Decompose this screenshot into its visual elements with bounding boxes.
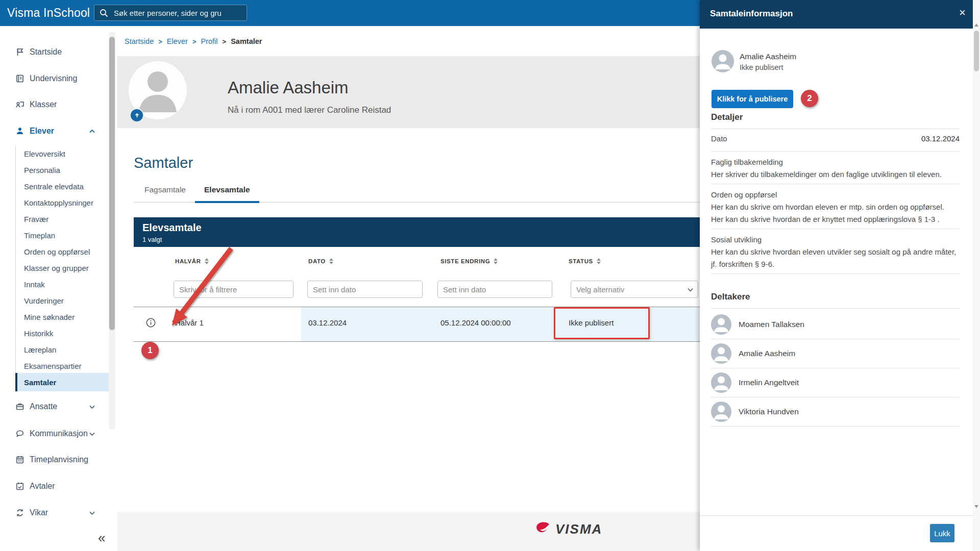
panel-header: Samtaleinformasjon × (700, 0, 973, 29)
tab-elevsamtale[interactable]: Elevsamtale (195, 185, 259, 203)
sidebar-subitem-kontaktopplysninger[interactable]: Kontaktopplysninger (15, 194, 110, 211)
sidebar-item-label: Ansatte (30, 402, 57, 411)
search-input[interactable] (113, 8, 241, 18)
status-filter-select[interactable]: Velg alternativ (571, 281, 698, 298)
section-title-orden: Orden og oppførsel (711, 189, 963, 201)
panel-scrollbar[interactable] (973, 0, 980, 551)
participant-name: Amalie Aasheim (739, 349, 795, 358)
section-text: Her skriver du tilbakemeldinger om den f… (711, 168, 963, 181)
sidebar-subitem-timeplan[interactable]: Timeplan (15, 227, 110, 243)
breadcrumb-startside[interactable]: Startside (125, 37, 154, 45)
details-heading: Detaljer (711, 112, 743, 122)
student-icon (15, 127, 26, 136)
sort-icon[interactable] (494, 258, 498, 264)
dato-label: Dato (711, 134, 727, 143)
breadcrumb-profil[interactable]: Profil (201, 37, 218, 45)
briefcase-icon (15, 402, 26, 411)
sidebar-nav: Startside Undervisning Klasser Elever El… (0, 26, 117, 551)
chevron-down-icon[interactable] (89, 430, 95, 439)
tab-fagsamtale[interactable]: Fagsamtale (135, 185, 195, 202)
publish-button[interactable]: Klikk for å publisere (712, 90, 793, 108)
global-search[interactable] (94, 5, 247, 21)
chevron-up-icon[interactable] (89, 128, 95, 137)
divider (711, 339, 960, 339)
section-text: jf. forskriften § 9-6. (711, 258, 963, 270)
sidebar-subitem-eksamenspartier[interactable]: Eksamenspartier (15, 358, 110, 374)
sidebar-subitem-samtaler[interactable]: Samtaler (15, 373, 111, 391)
panel-person-name: Amalie Aasheim (740, 52, 796, 61)
sidebar-subitem-sentrale-elevdata[interactable]: Sentrale elevdata (15, 178, 110, 194)
selected-count: 1 valgt (142, 236, 162, 243)
siste-endring-filter-input[interactable] (437, 281, 552, 298)
column-siste-endring[interactable]: SISTE ENDRING (440, 258, 498, 264)
cell-siste-endring: 05.12.2024 00:00:00 (440, 318, 511, 327)
chevron-down-icon[interactable] (89, 403, 95, 412)
participant-name: Viktoria Hundven (739, 407, 799, 416)
sidebar-subitem-historikk[interactable]: Historikk (15, 325, 110, 341)
info-icon[interactable] (146, 318, 156, 329)
column-status[interactable]: STATUS (569, 258, 601, 264)
sidebar-subitem-elevoversikt[interactable]: Elevoversikt (15, 145, 110, 162)
sidebar-item-avtaler[interactable]: Avtaler (0, 478, 117, 494)
sidebar-subitem-personalia[interactable]: Personalia (15, 162, 110, 178)
table-filter-row: Velg alternativ (134, 278, 704, 307)
sidebar-subitem-klasser-og-grupper[interactable]: Klasser og grupper (15, 260, 110, 276)
dato-filter-input[interactable] (307, 281, 423, 298)
breadcrumb-elever[interactable]: Elever (167, 37, 188, 45)
page-footer: VISMA (117, 512, 704, 551)
page-title: Samtaler (134, 155, 193, 171)
sidebar-subitem-vurderinger[interactable]: Vurderinger (15, 292, 110, 309)
sidebar-subitem-mine-soknader[interactable]: Mine søknader (15, 309, 110, 325)
halvar-filter-input[interactable] (174, 281, 293, 298)
section-title-faglig: Faglig tilbakemelding (711, 156, 963, 168)
chat-bubble-icon (15, 429, 26, 438)
sidebar-item-undervisning[interactable]: Undervisning (0, 70, 117, 87)
sidebar-item-timeplanvisning[interactable]: Timeplanvisning (0, 452, 117, 468)
cell-dato: 03.12.2024 (308, 318, 347, 327)
sidebar-item-klasser[interactable]: Klasser (0, 96, 117, 113)
annotation-step-1: 1 (141, 342, 159, 359)
sort-icon[interactable] (329, 258, 333, 264)
app-logo[interactable]: Visma InSchool (7, 6, 90, 20)
student-name: Amalie Aasheim (228, 78, 349, 97)
sidebar-subitem-fravaer[interactable]: Fravær (15, 211, 110, 227)
sidebar-item-kommunikasjon[interactable]: Kommunikasjon (0, 425, 117, 442)
upload-photo-icon[interactable] (130, 108, 144, 122)
column-dato[interactable]: DATO (308, 258, 333, 264)
refresh-icon (15, 508, 26, 517)
column-halvar[interactable]: HALVÅR (175, 258, 209, 264)
sidebar-scrollbar[interactable] (109, 32, 115, 430)
calendar-icon (15, 455, 26, 464)
flag-icon (15, 47, 26, 57)
sidebar-item-elever[interactable]: Elever (0, 123, 117, 139)
chevron-down-icon[interactable] (89, 509, 95, 518)
breadcrumb-separator: > (158, 38, 162, 45)
lukk-button[interactable]: Lukk (930, 524, 954, 542)
sidebar-subitem-laereplan[interactable]: Læreplan (15, 341, 110, 358)
close-icon[interactable]: × (959, 7, 966, 18)
sidebar-item-label: Klasser (30, 100, 57, 109)
sidebar-subitem-orden-og-oppforsel[interactable]: Orden og oppførsel (15, 243, 110, 260)
scroll-down-arrow[interactable] (974, 505, 978, 508)
section-text: Her kan du skrive om hvordan eleven er m… (711, 201, 963, 213)
annotation-step-2: 2 (801, 90, 818, 107)
scroll-up-arrow[interactable] (974, 23, 978, 27)
divider (711, 151, 960, 152)
class-board-icon (15, 100, 26, 109)
cell-halvar: Halvår 1 (175, 318, 204, 327)
table-title: Elevsamtale (142, 222, 202, 234)
sort-icon[interactable] (205, 258, 209, 264)
sidebar-item-vikar[interactable]: Vikar (0, 505, 117, 521)
sidebar-item-ansatte[interactable]: Ansatte (0, 398, 117, 415)
sidebar-scrollbar-thumb[interactable] (109, 37, 115, 330)
search-icon (100, 9, 108, 17)
sidebar-item-startside[interactable]: Startside (0, 44, 117, 60)
panel-scrollbar-thumb[interactable] (974, 31, 979, 71)
collapse-sidebar-icon[interactable]: « (98, 531, 105, 544)
divider (711, 184, 960, 184)
sidebar-subitem-inntak[interactable]: Inntak (15, 276, 110, 292)
main-content: Startside > Elever > Profil > Samtaler A… (117, 26, 704, 551)
breadcrumb-separator: > (192, 38, 197, 45)
sort-icon[interactable] (597, 258, 601, 264)
participant-avatar (711, 402, 731, 422)
